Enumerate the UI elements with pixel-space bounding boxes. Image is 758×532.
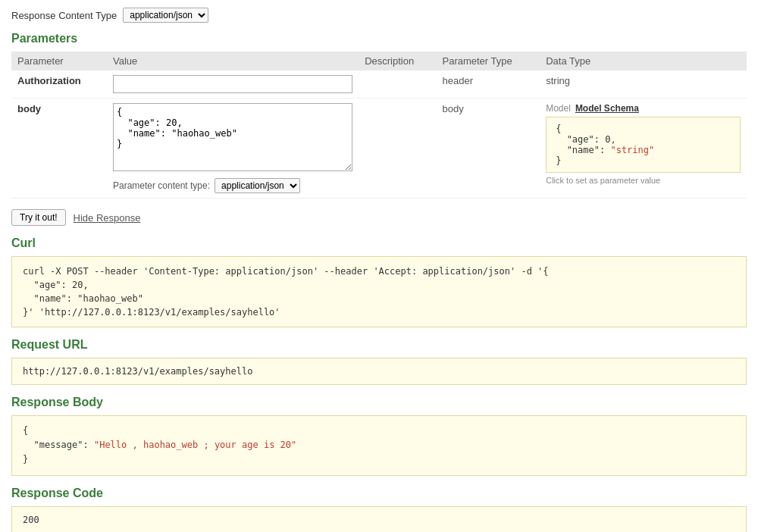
param-value-body: { "age": 20, "name": "haohao_web" } Para… xyxy=(107,99,359,199)
response-code-box: 200 xyxy=(11,506,747,532)
schema-age-comma: , xyxy=(610,134,615,145)
schema-brace-close: } xyxy=(556,155,561,166)
response-body-title: Response Body xyxy=(11,396,747,409)
param-name-authorization: Authorization xyxy=(11,70,107,99)
curl-section-title: Curl xyxy=(11,236,747,250)
param-content-type-select[interactable]: application/json text/plain xyxy=(215,178,300,193)
response-content-type-select[interactable]: application/json text/plain application/… xyxy=(123,8,208,23)
param-type-body: body xyxy=(436,99,540,199)
data-type-authorization: string xyxy=(540,70,747,99)
model-label: Model xyxy=(546,103,571,114)
hide-response-link[interactable]: Hide Response xyxy=(74,212,141,224)
response-body-section: Response Body { "message": "Hello , haoh… xyxy=(11,396,747,476)
param-name-body: body xyxy=(11,99,107,199)
authorization-input[interactable] xyxy=(113,75,352,93)
request-url-section: Request URL http://127.0.0.1:8123/v1/exa… xyxy=(11,338,747,385)
model-schema-link[interactable]: Model Schema xyxy=(575,103,639,114)
model-schema-box[interactable]: { "age": 0, "name": "string" } xyxy=(546,117,741,173)
schema-name-val: "string" xyxy=(610,145,654,155)
parameters-table: Parameter Value Description Parameter Ty… xyxy=(11,52,747,199)
col-data-type: Data Type xyxy=(540,52,747,70)
param-content-type-label: Parameter content type: xyxy=(113,180,210,191)
param-description-body xyxy=(359,99,436,199)
data-type-body: Model Model Schema { "age": 0, "name": "… xyxy=(540,99,747,199)
buttons-row: Try it out! Hide Response xyxy=(11,209,747,226)
curl-code-box: curl -X POST --header 'Content-Type: app… xyxy=(11,256,747,327)
rb-brace-close: } xyxy=(23,454,28,465)
rb-indent xyxy=(23,440,33,450)
response-body-box: { "message": "Hello , haohao_web ; your … xyxy=(11,415,747,476)
response-content-type-label: Response Content Type xyxy=(11,10,117,21)
response-code-title: Response Code xyxy=(11,487,747,500)
parameters-section: Parameters Parameter Value Description P… xyxy=(11,32,747,199)
body-textarea[interactable]: { "age": 20, "name": "haohao_web" } xyxy=(113,103,352,171)
page-container: Response Content Type application/json t… xyxy=(0,0,758,532)
param-description-authorization xyxy=(359,70,436,99)
rb-message-val: "Hello , haohao_web ; your age is 20" xyxy=(94,440,296,450)
response-code-section: Response Code 200 xyxy=(11,487,747,532)
table-row: body { "age": 20, "name": "haohao_web" }… xyxy=(11,99,747,199)
param-value-authorization xyxy=(107,70,359,99)
request-url-box: http://127.0.0.1:8123/v1/examples/sayhel… xyxy=(11,358,747,385)
schema-name-key: "name": xyxy=(556,145,610,155)
parameters-section-title: Parameters xyxy=(11,32,747,45)
response-content-type-row: Response Content Type application/json t… xyxy=(11,8,747,23)
model-schema-area: Model Model Schema xyxy=(546,103,741,114)
schema-brace-open: { xyxy=(556,124,561,134)
try-it-button[interactable]: Try it out! xyxy=(11,209,66,226)
rb-message-key: "message": xyxy=(33,440,93,450)
request-url-title: Request URL xyxy=(11,338,747,352)
param-type-authorization: header xyxy=(436,70,540,99)
col-value: Value xyxy=(107,52,359,70)
col-parameter-type: Parameter Type xyxy=(436,52,540,70)
table-header-row: Parameter Value Description Parameter Ty… xyxy=(11,52,747,70)
col-parameter: Parameter xyxy=(11,52,107,70)
curl-section: Curl curl -X POST --header 'Content-Type… xyxy=(11,236,747,327)
schema-age-key: "age": xyxy=(556,134,605,145)
rb-brace-open: { xyxy=(23,425,28,436)
click-to-set-label[interactable]: Click to set as parameter value xyxy=(546,176,741,185)
col-description: Description xyxy=(359,52,436,70)
table-row: Authorization header string xyxy=(11,70,747,99)
param-content-type-row: Parameter content type: application/json… xyxy=(113,178,352,193)
